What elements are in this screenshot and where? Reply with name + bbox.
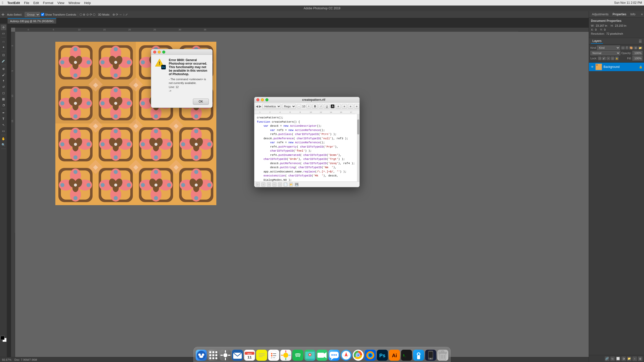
new-layer-btn[interactable]: + bbox=[632, 356, 637, 361]
dock-finder[interactable] bbox=[196, 350, 207, 361]
link-layers-btn[interactable]: 🔗 bbox=[605, 356, 609, 361]
menu-window[interactable]: Window bbox=[68, 1, 80, 5]
script-footer-record[interactable]: ⏺ bbox=[267, 183, 271, 187]
dialog-ok-button[interactable]: OK bbox=[193, 99, 209, 105]
tab-layers[interactable]: Layers bbox=[591, 39, 603, 44]
lock-artboard[interactable]: ◻ bbox=[611, 57, 614, 60]
dock-mail[interactable] bbox=[232, 350, 243, 361]
tool-lasso[interactable]: ⌓ bbox=[1, 38, 6, 44]
italic-btn[interactable]: I bbox=[319, 104, 323, 109]
script-traffic-close[interactable] bbox=[256, 98, 259, 101]
lock-transparent[interactable]: ⬡ bbox=[598, 57, 601, 60]
panel-collapse-icon[interactable]: × bbox=[641, 12, 643, 16]
bold-btn[interactable]: B bbox=[312, 104, 318, 109]
color-swatch[interactable] bbox=[1, 336, 7, 342]
underline-btn[interactable]: U bbox=[324, 104, 330, 109]
opacity-input[interactable] bbox=[632, 51, 642, 55]
kind-select[interactable]: Kind bbox=[597, 46, 620, 50]
tool-marquee[interactable]: ▭ bbox=[1, 31, 6, 36]
script-scrollbar-thumb[interactable] bbox=[357, 119, 359, 134]
dock-launchpad[interactable] bbox=[208, 350, 219, 361]
style-select[interactable]: Regular bbox=[282, 104, 296, 109]
layers-panel-menu[interactable]: ☰ bbox=[639, 39, 642, 43]
dock-chrome[interactable] bbox=[353, 350, 364, 361]
dock-spotify[interactable] bbox=[292, 350, 303, 361]
tool-eraser[interactable]: ◻ bbox=[1, 90, 6, 96]
script-footer-step[interactable]: ⏭ bbox=[272, 183, 276, 187]
dock-calendar[interactable]: NOV11 bbox=[244, 350, 255, 361]
delete-layer-btn[interactable]: 🗑 bbox=[638, 356, 642, 361]
layer-visibility-icon[interactable]: 👁 bbox=[590, 65, 594, 69]
dock-safari[interactable] bbox=[341, 350, 352, 361]
new-adjustment-btn[interactable]: ◑ bbox=[621, 356, 626, 361]
dock-reminders[interactable] bbox=[268, 350, 279, 361]
transform-controls-label[interactable]: Show Transform Controls bbox=[41, 13, 76, 16]
dock-facetime[interactable] bbox=[316, 350, 328, 361]
align-right-btn[interactable]: ≡ bbox=[348, 104, 353, 109]
traffic-minimize[interactable] bbox=[158, 51, 161, 54]
script-nav-fwd[interactable]: ▶ bbox=[259, 105, 261, 108]
script-scrollbar[interactable] bbox=[357, 114, 359, 182]
lock-all[interactable]: 🔒 bbox=[615, 57, 619, 60]
tool-eyedropper[interactable]: 💉 bbox=[1, 58, 6, 64]
add-mask-btn[interactable]: ⬜ bbox=[616, 356, 620, 361]
font-select[interactable]: Helvetica bbox=[262, 104, 281, 109]
menu-file[interactable]: File bbox=[24, 1, 29, 5]
apple-menu[interactable]:  bbox=[2, 1, 3, 5]
dock-notes[interactable] bbox=[256, 350, 267, 361]
tab-adjustments[interactable]: Adjustments bbox=[590, 12, 611, 17]
dock-photos[interactable] bbox=[280, 350, 291, 361]
script-traffic-min[interactable] bbox=[261, 98, 264, 101]
blend-mode-select[interactable]: Normal bbox=[590, 51, 620, 55]
script-footer-stop[interactable]: ■ bbox=[261, 183, 265, 187]
dock-photoshop[interactable]: Ps bbox=[377, 350, 388, 361]
align-center-btn[interactable]: ≡ bbox=[342, 104, 347, 109]
align-justify-btn[interactable]: ≡ bbox=[354, 104, 359, 109]
script-traffic-max[interactable] bbox=[265, 98, 268, 101]
tool-hand[interactable]: ✋ bbox=[1, 136, 6, 142]
auto-select-dropdown[interactable]: Group Layer bbox=[25, 12, 40, 17]
document-tab[interactable]: Aubrey-180.jpg @ 66.7% (RGB/8#) bbox=[8, 18, 56, 24]
tool-dodge[interactable]: ◔ bbox=[1, 102, 6, 108]
dock-iphone-backup[interactable] bbox=[425, 350, 436, 361]
tool-crop[interactable]: ⊡ bbox=[1, 52, 6, 58]
font-size-down[interactable]: - bbox=[297, 104, 301, 108]
dock-maps[interactable] bbox=[304, 350, 315, 361]
layer-background[interactable]: 👁 Background 🔒 bbox=[589, 63, 644, 71]
dock-1password[interactable] bbox=[413, 350, 424, 361]
menu-textedit[interactable]: TextEdit bbox=[7, 1, 20, 5]
tab-info[interactable]: Info bbox=[628, 12, 637, 17]
dock-system-prefs[interactable] bbox=[220, 350, 231, 361]
tool-brush[interactable]: 🖌 bbox=[1, 72, 6, 78]
tool-gradient[interactable]: ▦ bbox=[1, 96, 6, 102]
tool-pen[interactable]: ✒ bbox=[1, 110, 6, 116]
script-footer-trash[interactable]: 🗑 bbox=[278, 183, 282, 187]
tool-zoom[interactable]: 🔍 bbox=[1, 142, 6, 148]
menu-format[interactable]: Format bbox=[43, 1, 53, 5]
script-footer-open[interactable]: 📂 bbox=[289, 183, 293, 187]
fill-input[interactable] bbox=[632, 56, 642, 61]
align-left-btn[interactable]: ≡ bbox=[336, 104, 341, 109]
script-footer-new[interactable]: 📄 bbox=[284, 183, 288, 187]
menu-edit[interactable]: Edit bbox=[33, 1, 39, 5]
lock-position[interactable]: + bbox=[607, 57, 610, 60]
add-style-btn[interactable]: fx bbox=[610, 356, 615, 361]
tool-shape[interactable]: ▭ bbox=[1, 128, 6, 134]
menu-help[interactable]: Help bbox=[84, 1, 91, 5]
new-group-btn[interactable]: 📁 bbox=[627, 356, 631, 361]
dock-messages[interactable] bbox=[329, 350, 340, 361]
dock-trash[interactable] bbox=[437, 350, 448, 361]
traffic-maximize[interactable] bbox=[162, 51, 165, 54]
tab-properties[interactable]: Properties bbox=[611, 12, 628, 17]
tool-clone[interactable]: 🖈 bbox=[1, 78, 6, 84]
tool-path[interactable]: ↖ bbox=[1, 122, 6, 128]
tool-history[interactable]: ↺ bbox=[1, 84, 6, 90]
dock-firefox[interactable] bbox=[365, 350, 376, 361]
color-btn[interactable]: A bbox=[331, 104, 335, 108]
lock-image[interactable]: 🖌 bbox=[602, 57, 606, 60]
traffic-close[interactable] bbox=[153, 51, 156, 54]
script-nav-back[interactable]: ◀ bbox=[256, 105, 258, 108]
transform-controls-checkbox[interactable] bbox=[41, 13, 44, 16]
dock-illustrator[interactable]: Ai bbox=[389, 350, 400, 361]
font-size-up[interactable]: + bbox=[306, 104, 311, 108]
